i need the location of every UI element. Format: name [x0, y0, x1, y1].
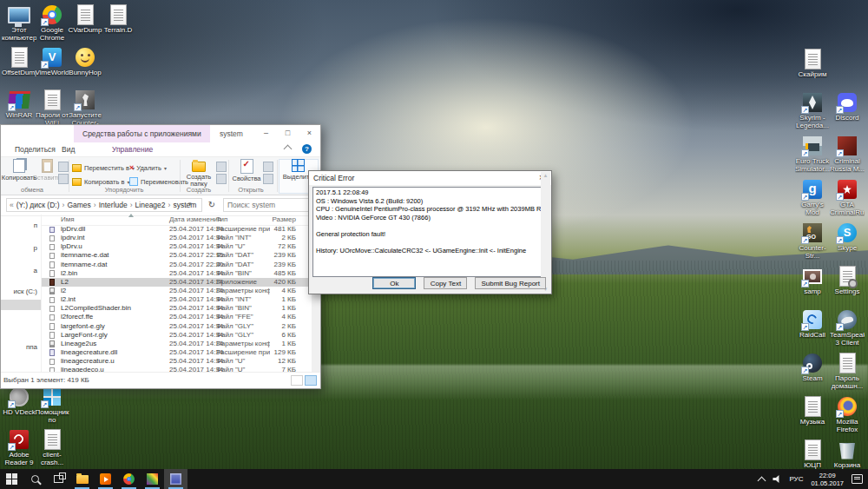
column-type[interactable]: Тип: [216, 215, 227, 223]
desktop-icon-raidcall[interactable]: ↗RaidCall: [795, 308, 830, 352]
move-to-button[interactable]: Переместить в ▾: [72, 162, 135, 174]
desktop-icon-client-crash[interactable]: client-crash...: [36, 428, 69, 471]
desktop-icon-garry-s-mod[interactable]: ↗Garry's Mod: [795, 178, 830, 221]
breadcrumb-overflow-icon[interactable]: «: [10, 201, 16, 209]
nav-tree-item[interactable]: а: [34, 267, 37, 274]
search-input[interactable]: Поиск: system: [223, 198, 310, 212]
volume-icon[interactable]: [773, 475, 781, 483]
media-player-taskbar-button[interactable]: [94, 469, 117, 489]
close-button[interactable]: ×: [299, 125, 320, 142]
file-row[interactable]: LargeFont-r.gly25.04.2017 14:34Файл "GLY…: [42, 331, 312, 340]
desktop-icon-музыка[interactable]: Музыка: [795, 395, 830, 439]
file-row[interactable]: itemname-e.dat25.04.2017 22:15Файл "DAT"…: [42, 251, 312, 260]
ok-button[interactable]: Ok: [372, 277, 416, 289]
file-explorer-taskbar-button[interactable]: [70, 469, 94, 489]
desktop-icon-помощник-по-обновл[interactable]: ↗Помощник по обновл...: [36, 386, 69, 428]
open-icon[interactable]: [263, 162, 273, 172]
easy-access-icon[interactable]: [216, 174, 227, 184]
help-icon[interactable]: ?: [302, 144, 312, 154]
file-row[interactable]: largefont-e.gly25.04.2017 14:34Файл "GLY…: [42, 322, 312, 331]
breadcrumb[interactable]: «(Y:) диск (D:)›Games›Interlude›Lineage2…: [6, 198, 202, 212]
properties-button[interactable]: Свойства: [232, 159, 261, 182]
desktop-icon-скайрим[interactable]: Скайрим: [795, 48, 830, 91]
breadcrumb-segment[interactable]: Games: [66, 201, 91, 209]
nav-tree-item[interactable]: иск (C:): [13, 287, 37, 295]
desktop-icon-skyrim-legenda[interactable]: ↗Skyrim - Legenda...: [795, 91, 830, 135]
desktop-icon-discord[interactable]: ↗Discord: [830, 91, 865, 135]
column-size[interactable]: Размер: [273, 215, 297, 223]
breadcrumb-chevron[interactable]: ›: [167, 201, 173, 209]
desktop-icon-euro-truck-simulator[interactable]: ↗Euro Truck Simulator...: [795, 135, 830, 178]
delete-button[interactable]: × Удалить ▾: [129, 162, 167, 174]
desktop-icon-cvardump[interactable]: CVarDump: [69, 3, 102, 46]
breadcrumb-chevron[interactable]: ›: [92, 201, 98, 209]
desktop-icon-google-chrome[interactable]: ↗Google Chrome: [36, 3, 69, 46]
action-center-icon[interactable]: [852, 474, 863, 484]
breadcrumb-segment[interactable]: system: [172, 201, 197, 209]
breadcrumb-segment[interactable]: (Y:) диск (D:): [16, 201, 61, 209]
dialog-titlebar[interactable]: Critical Error ×: [309, 171, 551, 185]
file-row[interactable]: ipdrv.int25.04.2017 14:34Файл "INT"2 КБ: [42, 234, 312, 242]
desktop-icon-этот-компьютер[interactable]: Этот компьютер: [3, 3, 36, 46]
file-row[interactable]: l225.04.2017 14:34Параметры конф...4 КБ: [42, 287, 312, 295]
chrome-taskbar-button[interactable]: [117, 469, 141, 489]
new-folder-button[interactable]: Создать папку: [183, 159, 214, 188]
file-row[interactable]: l2forecf.ffe25.04.2017 14:34Файл "FFE"4 …: [42, 313, 312, 321]
file-row[interactable]: lineagecreature.u25.04.2017 14:34Файл "U…: [42, 357, 312, 366]
dialog-scrollbar[interactable]: ▲ ▼: [541, 172, 550, 293]
file-row[interactable]: itemname-r.dat25.04.2017 22:20Файл "DAT"…: [42, 261, 312, 269]
breadcrumb-segment[interactable]: Interlude: [98, 201, 128, 209]
language-indicator[interactable]: РУС: [789, 475, 803, 483]
view-list-button[interactable]: [291, 375, 303, 386]
desktop-icon-counter-str-global-offe[interactable]: ↗Counter-Str... Global Offe...: [795, 221, 830, 265]
history-icon[interactable]: [263, 174, 273, 184]
search-taskbar-button[interactable]: [23, 469, 47, 489]
file-row[interactable]: l2.int25.04.2017 14:34Файл "INT"1 КБ: [42, 295, 312, 304]
desktop-icon-mozilla-firefox[interactable]: ↗Mozilla Firefox: [830, 395, 865, 439]
copy-text-button[interactable]: Copy Text: [424, 277, 467, 289]
desktop-icon-vimeworld[interactable]: ↗VimeWorld: [36, 46, 69, 89]
desktop-icon-terrain-d[interactable]: Terrain.D: [102, 3, 135, 46]
refresh-icon[interactable]: ↻: [206, 199, 218, 211]
file-row[interactable]: L225.04.2017 14:34Приложение420 КБ: [42, 278, 312, 287]
desktop-icon-bunnyhop[interactable]: BunnyHop: [69, 46, 102, 89]
desktop-icon-teamspeak-3-client[interactable]: ↗TeamSpeak 3 Client: [830, 308, 865, 352]
copy-button[interactable]: Копировать: [3, 159, 36, 182]
address-dropdown-icon[interactable]: ▾: [188, 201, 192, 208]
explorer-titlebar[interactable]: Средства работы с приложениями system – …: [1, 125, 320, 142]
desktop-icon-samp[interactable]: ↗samp: [795, 265, 830, 308]
breadcrumb-segment[interactable]: Lineage2: [135, 201, 167, 209]
navigation-pane[interactable]: праиск (C:)ппа: [1, 215, 42, 373]
file-row[interactable]: L2CompiledShader.bin25.04.2017 14:34Файл…: [42, 304, 312, 313]
file-row[interactable]: l2.bin25.04.2017 14:34Файл "BIN"485 КБ: [42, 269, 312, 278]
game-taskbar-button[interactable]: [141, 469, 164, 489]
tab-share[interactable]: Поделиться: [15, 142, 56, 156]
scroll-up-icon[interactable]: ▲: [541, 173, 550, 178]
collapse-ribbon-icon[interactable]: [284, 145, 293, 154]
breadcrumb-chevron[interactable]: ›: [128, 201, 135, 209]
desktop-icon-skype[interactable]: ↗Skype: [830, 221, 865, 265]
start-taskbar-button[interactable]: [0, 469, 23, 489]
column-date[interactable]: Дата изменения: [169, 215, 221, 223]
tab-manage[interactable]: Управление: [112, 142, 153, 156]
file-row[interactable]: lineagecreature.dll25.04.2017 14:34Расши…: [42, 348, 312, 357]
hidden-icons-chevron-icon[interactable]: [758, 476, 766, 485]
submit-bug-report-button[interactable]: Submit Bug Report: [475, 277, 546, 289]
cut-icon[interactable]: [58, 162, 69, 172]
desktop-icon-gta-criminalru[interactable]: ↗GTA CriminalRu...: [830, 178, 865, 221]
paste-shortcut-icon[interactable]: [58, 174, 69, 184]
nav-tree-item[interactable]: п: [34, 221, 37, 229]
active-app-taskbar-button[interactable]: [164, 469, 187, 489]
desktop-icon-offsetdump[interactable]: OffsetDump: [3, 46, 36, 89]
maximize-button[interactable]: □: [277, 125, 299, 142]
desktop-icon-hd-vdeck[interactable]: ↗HD VDeck: [3, 386, 36, 428]
paste-button[interactable]: Вставить: [36, 159, 58, 182]
nav-selected-item[interactable]: [1, 300, 41, 310]
tab-view[interactable]: Вид: [62, 142, 75, 156]
breadcrumb-chevron[interactable]: ›: [61, 201, 67, 209]
file-row[interactable]: lpDrv.u25.04.2017 14:34Файл "U"72 КБ: [42, 242, 312, 251]
clock[interactable]: 22:09 01.05.2017: [811, 472, 844, 487]
view-details-button[interactable]: [305, 375, 317, 386]
file-row[interactable]: Lineage2us25.04.2017 14:34Параметры конф…: [42, 340, 312, 348]
desktop-icon-criminal-russia-m[interactable]: ↗Criminal Russia M...: [830, 135, 865, 178]
